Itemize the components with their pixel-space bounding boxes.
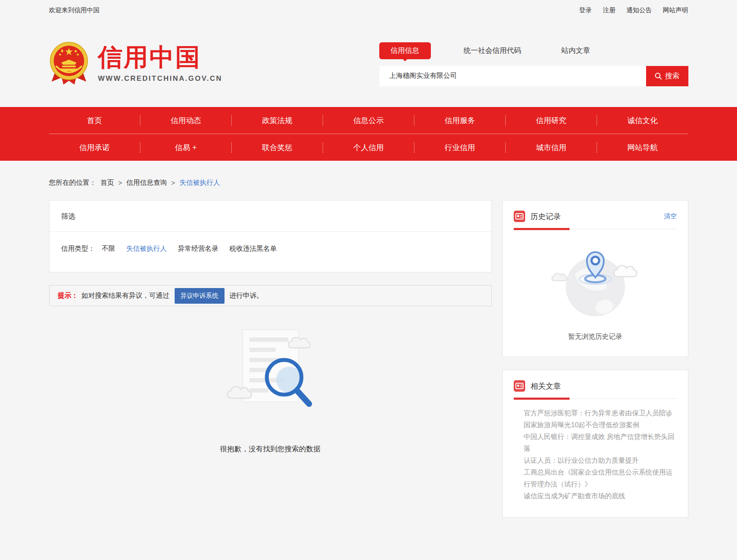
history-empty-message: 暂无浏览历史记录 [568, 332, 622, 341]
filter-option-abnormal-operation[interactable]: 异常经营名录 [178, 244, 219, 253]
empty-state: 很抱歉，没有找到您搜索的数据 [49, 327, 492, 454]
search-input[interactable] [379, 66, 646, 86]
tip-text-before: 如对搜索结果有异议，可通过 [82, 291, 170, 300]
appeal-system-button[interactable]: 异议申诉系统 [175, 288, 225, 304]
main-nav: 首页 信用动态 政策法规 信息公示 信用服务 信用研究 诚信文化 信用承诺 信易… [0, 107, 737, 161]
nav-policies[interactable]: 政策法规 [232, 107, 323, 134]
nav-row-2: 信用承诺 信易 + 联合奖惩 个人信用 行业信用 城市信用 网站导航 [49, 134, 688, 161]
nav-personal-credit[interactable]: 个人信用 [323, 134, 414, 161]
related-card-list-icon [514, 380, 525, 392]
article-link[interactable]: 官方严惩涉医犯罪：行为异常患者由保卫人员陪诊 [524, 407, 677, 419]
article-link[interactable]: 工商总局出台《国家企业信用信息公示系统使用运行管理办法（试行）》 [524, 467, 677, 490]
search-tabs: 信用信息 统一社会信用代码 站内文章 [379, 41, 688, 60]
filter-title: 筛选 [49, 200, 491, 232]
tab-credit-info[interactable]: 信用信息 [379, 42, 431, 59]
breadcrumb: 您所在的位置： 首页 > 信用信息查询 > 失信被执行人 [49, 178, 688, 187]
filter-panel: 筛选 信用类型： 不限 失信被执行人 异常经营名录 税收违法黑名单 [49, 200, 492, 272]
tip-text-after: 进行申诉。 [230, 291, 263, 300]
document-with-magnifier-icon [225, 327, 315, 428]
nav-credit-plus[interactable]: 信易 + [140, 134, 232, 161]
related-articles-list: 官方严惩涉医犯罪：行为异常患者由保卫人员陪诊 国家旅游局曝光10起不合理低价游案… [514, 399, 677, 502]
tab-unified-social-credit-code[interactable]: 统一社会信用代码 [464, 46, 521, 55]
national-emblem-icon [49, 41, 89, 87]
nav-info-disclosure[interactable]: 信息公示 [323, 107, 414, 134]
related-articles-title: 相关文章 [531, 381, 677, 391]
nav-credit-commitment[interactable]: 信用承诺 [49, 134, 140, 161]
nav-city-credit[interactable]: 城市信用 [506, 134, 597, 161]
article-link[interactable]: 认证人员：以行业公信力助力质量提升 [524, 455, 677, 467]
history-title: 历史记录 [531, 211, 664, 222]
filter-option-all[interactable]: 不限 [102, 244, 115, 253]
breadcrumb-separator: > [118, 179, 122, 187]
magnifier-icon [655, 72, 662, 80]
breadcrumb-home[interactable]: 首页 [101, 178, 114, 187]
nav-integrity-culture[interactable]: 诚信文化 [597, 107, 688, 134]
tip-bar: 提示： 如对搜索结果有异议，可通过 异议申诉系统 进行申诉。 [49, 285, 492, 306]
site-title: 信用中国 [98, 45, 222, 69]
article-link[interactable]: 中国人民银行：调控显成效 房地产信贷增长势头回落 [524, 431, 677, 455]
breadcrumb-credit-query[interactable]: 信用信息查询 [126, 178, 167, 187]
nav-credit-research[interactable]: 信用研究 [506, 107, 597, 134]
article-link[interactable]: 诚信应当成为矿产勘查市场的底线 [524, 490, 677, 502]
filter-option-dishonest-executee[interactable]: 失信被执行人 [126, 244, 167, 253]
site-url: WWW.CREDITCHINA.GOV.CN [98, 74, 222, 83]
nav-home[interactable]: 首页 [49, 107, 140, 134]
related-articles-panel: 相关文章 官方严惩涉医犯罪：行为异常患者由保卫人员陪诊 国家旅游局曝光10起不合… [502, 370, 688, 518]
search-button[interactable]: 搜索 [646, 66, 688, 86]
empty-message: 很抱歉，没有找到您搜索的数据 [220, 444, 321, 454]
top-bar: 欢迎来到信用中国 登录 注册 通知公告 网站声明 [0, 0, 737, 20]
nav-sitemap[interactable]: 网站导航 [597, 134, 688, 161]
filter-type-label: 信用类型： [61, 244, 95, 253]
history-clear-link[interactable]: 清空 [664, 212, 677, 220]
breadcrumb-current[interactable]: 失信被执行人 [179, 178, 220, 187]
tab-site-articles[interactable]: 站内文章 [562, 46, 590, 55]
site-statement-link[interactable]: 网站声明 [663, 6, 688, 14]
search-button-label: 搜索 [665, 71, 679, 81]
globe-with-location-pin-icon [549, 235, 642, 327]
welcome-text: 欢迎来到信用中国 [49, 6, 100, 14]
filter-option-tax-violation[interactable]: 税收违法黑名单 [230, 244, 277, 253]
history-panel: 历史记录 清空 [502, 200, 688, 357]
article-link[interactable]: 国家旅游局曝光10起不合理低价游案例 [524, 419, 677, 431]
breadcrumb-prefix: 您所在的位置： [49, 178, 96, 187]
nav-joint-rewards[interactable]: 联合奖惩 [232, 134, 323, 161]
history-card-list-icon [514, 211, 525, 222]
nav-row-1: 首页 信用动态 政策法规 信息公示 信用服务 信用研究 诚信文化 [49, 107, 688, 134]
nav-credit-news[interactable]: 信用动态 [140, 107, 232, 134]
search-block: 信用信息 统一社会信用代码 站内文章 搜索 [379, 41, 688, 86]
login-link[interactable]: 登录 [579, 6, 592, 14]
nav-industry-credit[interactable]: 行业信用 [414, 134, 506, 161]
logo-text: 信用中国 WWW.CREDITCHINA.GOV.CN [98, 45, 222, 83]
nav-credit-services[interactable]: 信用服务 [414, 107, 506, 134]
register-link[interactable]: 注册 [603, 6, 616, 14]
notice-link[interactable]: 通知公告 [627, 6, 652, 14]
breadcrumb-separator: > [171, 179, 175, 187]
site-logo[interactable]: 信用中国 WWW.CREDITCHINA.GOV.CN [49, 41, 222, 87]
top-links: 登录 注册 通知公告 网站声明 [579, 6, 688, 14]
header: 信用中国 WWW.CREDITCHINA.GOV.CN 信用信息 统一社会信用代… [0, 20, 737, 107]
tip-label: 提示： [58, 291, 78, 300]
main-content: 您所在的位置： 首页 > 信用信息查询 > 失信被执行人 筛选 信用类型： 不限… [49, 161, 688, 518]
